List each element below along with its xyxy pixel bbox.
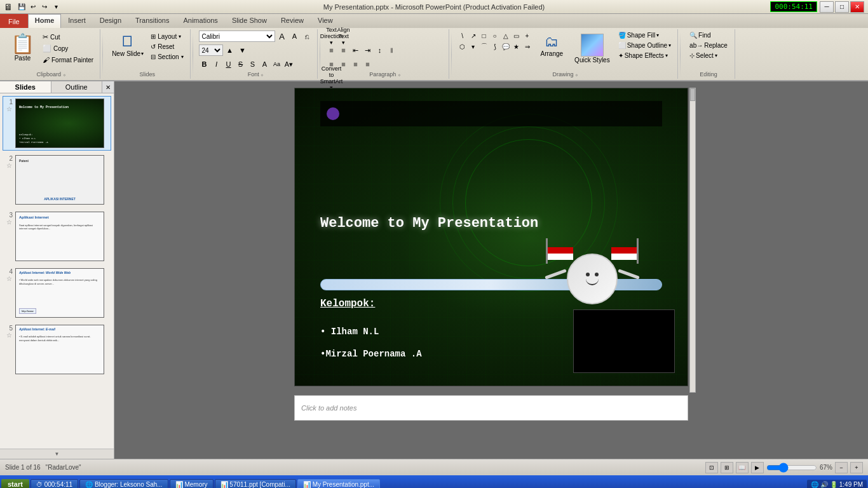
strikethrough-button[interactable]: S bbox=[235, 58, 247, 70]
decrease-indent-btn[interactable]: ⇤ bbox=[350, 44, 362, 56]
notes-placeholder[interactable]: Click to add notes bbox=[301, 404, 356, 412]
font-size-inc-btn[interactable]: ▲ bbox=[224, 44, 236, 56]
shape-arrow2[interactable]: ⇒ bbox=[522, 41, 532, 51]
bullet-text-2[interactable]: •Mirzal Poernama .A bbox=[320, 349, 422, 359]
slide-thumb-3[interactable]: 3 ☆ Aplikasi Internet Saat aplikasi inte… bbox=[3, 209, 111, 264]
redo-quick-btn[interactable]: ↪ bbox=[39, 2, 50, 12]
tab-view[interactable]: View bbox=[311, 14, 340, 28]
shape-plus[interactable]: + bbox=[522, 30, 532, 41]
ribbon-tabs[interactable]: File Home Insert Design Transitions Anim… bbox=[0, 14, 868, 28]
tab-home[interactable]: Home bbox=[28, 14, 62, 28]
font-highlight-btn[interactable]: Aa bbox=[271, 58, 283, 70]
zoom-slider[interactable] bbox=[766, 464, 817, 471]
more-quick-btn[interactable]: ▾ bbox=[51, 2, 61, 12]
vertical-scrollbar[interactable] bbox=[689, 88, 696, 393]
increase-indent-btn[interactable]: ⇥ bbox=[362, 44, 374, 56]
tab-animations[interactable]: Animations bbox=[176, 14, 224, 28]
slides-tabs[interactable]: Slides Outline ✕ bbox=[0, 81, 114, 93]
tab-slideshow[interactable]: Slide Show bbox=[225, 14, 274, 28]
normal-view-btn[interactable]: ⊡ bbox=[705, 462, 718, 473]
bold-button[interactable]: B bbox=[199, 58, 210, 70]
shape-triangle[interactable]: △ bbox=[501, 30, 511, 41]
slide-thumb-4[interactable]: 4 ☆ Aplikasi Internet: World Wide Web • … bbox=[3, 266, 111, 320]
select-button[interactable]: ⊹ Select ▾ bbox=[686, 51, 731, 60]
shape-star[interactable]: ★ bbox=[512, 41, 522, 51]
tab-outline[interactable]: Outline bbox=[51, 81, 103, 93]
shape-effects-button[interactable]: ✦ Shape Effects ▾ bbox=[616, 51, 674, 60]
slide-thumb-2[interactable]: 2 ☆ Pateni APLIKASI INTERNET bbox=[3, 152, 111, 207]
taskbar-item-memory[interactable]: 📊 Memory bbox=[170, 479, 214, 489]
slides-panel-close[interactable]: ✕ bbox=[102, 81, 114, 93]
tab-slides[interactable]: Slides bbox=[0, 81, 51, 93]
shape-rect[interactable]: □ bbox=[479, 30, 489, 41]
undo-quick-btn[interactable]: ↩ bbox=[28, 2, 38, 12]
taskbar-item-presentation[interactable]: 📊 My Presentation.ppt... bbox=[297, 479, 380, 489]
tab-review[interactable]: Review bbox=[274, 14, 311, 28]
layout-button[interactable]: ⊞ Layout ▾ bbox=[148, 32, 186, 41]
taskbar-item-57011[interactable]: 📊 57011.ppt [Compati... bbox=[215, 479, 296, 489]
shape-outline-button[interactable]: ⬜ Shape Outline ▾ bbox=[616, 41, 674, 50]
font-increase-btn[interactable]: A bbox=[289, 30, 301, 42]
slide-edit-area[interactable]: Welcome to My Presentation Kelompok: • I… bbox=[114, 81, 868, 459]
quick-styles-button[interactable]: Quick Styles bbox=[570, 30, 614, 67]
font-color-btn[interactable]: A bbox=[259, 58, 271, 70]
cut-button[interactable]: ✂ Cut bbox=[40, 32, 96, 43]
shape-curved[interactable]: ⌒ bbox=[479, 41, 489, 51]
slide-thumb-5[interactable]: 5 ☆ Aplikasi Internet: E-mail • E-mail a… bbox=[3, 322, 111, 377]
align-text-btn[interactable]: Align Text ▾ bbox=[338, 30, 349, 42]
maximize-btn[interactable]: □ bbox=[835, 1, 849, 13]
text-shadow-button[interactable]: S bbox=[247, 58, 259, 70]
tab-insert[interactable]: Insert bbox=[61, 14, 93, 28]
minimize-btn[interactable]: ─ bbox=[820, 1, 834, 13]
slide-sorter-btn[interactable]: ⊞ bbox=[721, 462, 733, 473]
tab-file[interactable]: File bbox=[0, 14, 28, 28]
tab-transitions[interactable]: Transitions bbox=[128, 14, 176, 28]
welcome-text[interactable]: Welcome to My Presentation bbox=[320, 215, 538, 231]
shape-arrow[interactable]: ↗ bbox=[468, 30, 478, 41]
text-direction-btn[interactable]: Text Direction ▾ bbox=[326, 30, 337, 42]
slideshow-btn[interactable]: ▶ bbox=[751, 462, 764, 473]
save-quick-btn[interactable]: 💾 bbox=[17, 2, 27, 12]
quick-access-toolbar[interactable]: 🖥 💾 ↩ ↪ ▾ bbox=[4, 2, 61, 12]
font-name-select[interactable]: Calibri bbox=[199, 30, 275, 42]
clear-format-btn[interactable]: ⎌ bbox=[302, 30, 313, 42]
shape-freeform[interactable]: ⟆ bbox=[490, 41, 500, 51]
line-spacing-btn[interactable]: ↕ bbox=[374, 44, 386, 56]
bullet-text-1[interactable]: • Ilham N.L bbox=[320, 327, 379, 337]
zoom-in-btn[interactable]: + bbox=[850, 462, 863, 473]
align-right-btn[interactable]: ≡ bbox=[350, 58, 362, 70]
kelompok-label[interactable]: Kelompok: bbox=[320, 298, 375, 309]
tab-design[interactable]: Design bbox=[93, 14, 128, 28]
italic-button[interactable]: I bbox=[211, 58, 222, 70]
shape-fill-button[interactable]: 🪣 Shape Fill ▾ bbox=[616, 30, 674, 40]
font-color2-btn[interactable]: A▾ bbox=[283, 58, 295, 70]
format-painter-button[interactable]: 🖌 Format Painter bbox=[40, 55, 96, 65]
shape-rr[interactable]: ▭ bbox=[512, 30, 522, 41]
shape-oval[interactable]: ○ bbox=[490, 30, 500, 41]
arrange-button[interactable]: 🗂 Arrange bbox=[535, 30, 569, 60]
taskbar-item-blogger[interactable]: 🌐 Blogger: Leksono Sah... bbox=[79, 479, 168, 489]
underline-button[interactable]: U bbox=[223, 58, 234, 70]
window-controls[interactable]: ─ □ ✕ bbox=[820, 1, 864, 13]
shape-more[interactable]: ▾ bbox=[468, 41, 478, 51]
slides-scrollbar-down[interactable]: ▼ bbox=[0, 449, 114, 459]
justify-btn[interactable]: ≡ bbox=[362, 58, 374, 70]
shape-line[interactable]: \ bbox=[458, 30, 468, 41]
close-btn[interactable]: ✕ bbox=[850, 1, 864, 13]
find-button[interactable]: 🔍 Find bbox=[686, 30, 731, 40]
start-button[interactable]: start bbox=[1, 479, 29, 488]
replace-button[interactable]: ab→ Replace bbox=[686, 41, 731, 50]
zoom-out-btn[interactable]: − bbox=[835, 462, 848, 473]
reading-view-btn[interactable]: 📖 bbox=[736, 462, 749, 473]
reset-button[interactable]: ↺ Reset bbox=[148, 42, 186, 51]
numbered-list-btn[interactable]: ≡ bbox=[338, 44, 349, 56]
shape-callout[interactable]: 💬 bbox=[501, 41, 511, 51]
font-size-select[interactable]: 24 bbox=[199, 44, 223, 56]
paste-button[interactable]: 📋 Paste bbox=[6, 30, 39, 64]
copy-button[interactable]: ⬜ Copy bbox=[40, 43, 96, 54]
new-slide-button[interactable]: 🗌 New Slide ▾ bbox=[109, 30, 147, 59]
slide-thumb-1[interactable]: 1 ☆ Welcome to My Presentation Kelompok:… bbox=[3, 96, 111, 151]
section-button[interactable]: ⊟ Section ▾ bbox=[148, 52, 186, 62]
font-decrease-btn[interactable]: A bbox=[276, 30, 288, 42]
taskbar-item-timer[interactable]: ⏱ 000:54:11 bbox=[31, 479, 78, 489]
